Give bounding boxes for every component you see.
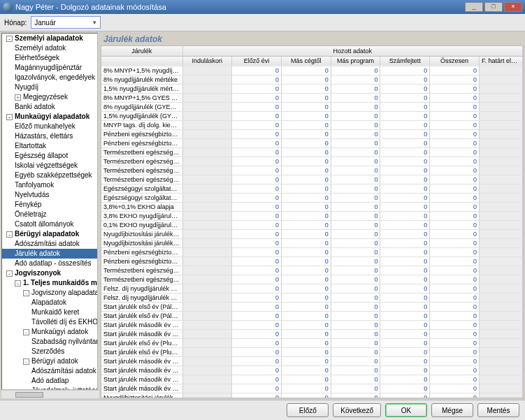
table-row[interactable]: Start járulék második év (Pályakezd…0000… [101, 320, 523, 329]
navigation-tree[interactable]: -Személyi alapadatokSzemélyi adatokElérh… [1, 33, 98, 390]
cell-value[interactable]: 0 [281, 384, 331, 393]
cell-value[interactable]: 0 [281, 329, 331, 338]
cell-value[interactable]: 0 [331, 256, 380, 266]
cell-value[interactable]: 0 [380, 293, 430, 302]
cell-indulaskori[interactable] [182, 275, 232, 284]
cell-value[interactable]: 0 [281, 175, 331, 184]
cell-value[interactable]: 0 [281, 238, 331, 247]
cell-value[interactable]: 0 [331, 138, 380, 147]
tree-item[interactable]: -Személyi alapadatok [2, 34, 97, 43]
cell-value[interactable]: 0 [331, 129, 380, 138]
cell-value[interactable]: 0 [430, 157, 480, 166]
tree-item[interactable]: Adó adatlap - összesítés [2, 259, 97, 268]
table-row[interactable]: Természetbeni egészségbizt. járulé…00000 [101, 175, 523, 184]
minimize-button[interactable]: _ [465, 2, 483, 12]
cell-value[interactable]: 0 [281, 220, 331, 229]
cell-value[interactable]: 0 [331, 293, 380, 302]
cell-value[interactable]: 0 [281, 284, 331, 293]
cell-indulaskori[interactable] [182, 302, 232, 311]
cell-value[interactable]: 0 [232, 166, 282, 175]
col-header[interactable]: Más program [331, 56, 380, 66]
save-button[interactable]: Mentés [477, 403, 519, 417]
cell-indulaskori[interactable] [182, 320, 232, 329]
tree-item[interactable]: Iskolai végzettségek [2, 161, 97, 171]
table-row[interactable]: Nyugdíjbiztosítási járulék mértéke00000 [101, 238, 523, 247]
cell-value[interactable]: 0 [430, 66, 480, 75]
cell-value[interactable]: 0 [380, 238, 430, 247]
cell-value[interactable]: 0 [331, 393, 380, 398]
cell-value[interactable]: 0 [380, 166, 430, 175]
cell-value[interactable]: 0 [430, 365, 480, 375]
cell-value[interactable]: 0 [430, 393, 480, 398]
cell-value[interactable]: 0 [281, 184, 331, 193]
cell-value[interactable]: 0 [380, 93, 430, 102]
cell-value[interactable]: 0 [232, 147, 282, 157]
cell-value[interactable]: 0 [430, 147, 480, 157]
table-row[interactable]: Természetbeni egészségbizt. járulé…00000 [101, 166, 523, 175]
cell-indulaskori[interactable] [182, 384, 232, 393]
table-row[interactable]: 8% nyugdíjjárulék mértéke00000 [101, 75, 523, 84]
cell-indulaskori[interactable] [182, 229, 232, 238]
cell-value[interactable]: 0 [232, 375, 282, 384]
cell-value[interactable]: 0 [331, 375, 380, 384]
tree-item[interactable]: Fénykép [2, 200, 97, 210]
cell-value[interactable]: 0 [281, 102, 331, 111]
cell-indulaskori[interactable] [182, 66, 232, 75]
cell-value[interactable]: 0 [380, 375, 430, 384]
cell-value[interactable]: 0 [331, 229, 380, 238]
cell-value[interactable]: 0 [430, 311, 480, 320]
table-row[interactable]: 8% nyugdíjjárulék (GYES, GYED) m…00000 [101, 102, 523, 111]
cell-value[interactable]: 0 [331, 157, 380, 166]
table-row[interactable]: Természetbeni egészségbiztosítási …00000 [101, 157, 523, 166]
cell-indulaskori[interactable] [182, 193, 232, 202]
table-row[interactable]: Felsz. díj nyugdíjjárulék mértéke00000 [101, 293, 523, 302]
cell-indulaskori[interactable] [182, 184, 232, 193]
cell-value[interactable]: 0 [232, 320, 282, 329]
maximize-button[interactable]: □ [484, 2, 503, 12]
cell-value[interactable]: 0 [430, 175, 480, 184]
next-button[interactable]: Következő [333, 403, 381, 417]
cell-value[interactable]: 0 [281, 266, 331, 275]
cell-value[interactable]: 0 [281, 157, 331, 166]
table-row[interactable]: Természetbeni egészségbiztosítási j…0000… [101, 275, 523, 284]
cell-indulaskori[interactable] [182, 238, 232, 247]
col-header[interactable]: Számfejtett [380, 56, 430, 66]
tree-item[interactable]: Elérhetőségek [2, 53, 97, 63]
cell-value[interactable]: 0 [232, 229, 282, 238]
ok-button[interactable]: OK [385, 403, 427, 417]
tree-item[interactable]: Adószámítási adatok és kedve… [2, 366, 97, 376]
cell-value[interactable]: 0 [281, 302, 331, 311]
cell-value[interactable]: 0 [281, 256, 331, 266]
cell-value[interactable]: 0 [380, 384, 430, 393]
cell-indulaskori[interactable] [182, 75, 232, 84]
tree-item[interactable]: -Bérügyi alapadatok [2, 229, 97, 239]
cell-indulaskori[interactable] [182, 284, 232, 293]
cell-value[interactable]: 0 [331, 111, 380, 120]
cell-value[interactable]: 0 [232, 247, 282, 256]
tree-item[interactable]: Járulék adatok [2, 249, 97, 259]
cell-value[interactable]: 0 [331, 320, 380, 329]
cell-indulaskori[interactable] [182, 375, 232, 384]
cell-value[interactable]: 0 [232, 384, 282, 393]
cell-value[interactable]: 0 [380, 338, 430, 347]
cell-value[interactable]: 0 [430, 320, 480, 329]
cell-value[interactable]: 0 [331, 238, 380, 247]
collapse-icon[interactable]: - [23, 290, 29, 296]
cell-value[interactable]: 0 [430, 375, 480, 384]
cell-indulaskori[interactable] [182, 93, 232, 102]
cell-indulaskori[interactable] [182, 247, 232, 256]
cell-value[interactable]: 0 [430, 93, 480, 102]
close-button[interactable]: × [504, 2, 522, 12]
cell-value[interactable]: 0 [232, 93, 282, 102]
cell-value[interactable]: 0 [331, 211, 380, 220]
cell-indulaskori[interactable] [182, 175, 232, 184]
table-row[interactable]: Pénzbeni egészségbiztosítási járulé…0000… [101, 247, 523, 256]
cell-value[interactable]: 0 [331, 102, 380, 111]
cell-value[interactable]: 0 [281, 84, 331, 93]
table-row[interactable]: 8% MNYP+1,5% GYES nyugdíjjárul…00000 [101, 93, 523, 102]
cell-value[interactable]: 0 [281, 120, 331, 129]
cell-value[interactable]: 0 [380, 157, 430, 166]
tree-item[interactable]: -Jogviszony alapadatai [2, 288, 97, 298]
cell-value[interactable]: 0 [331, 275, 380, 284]
cell-value[interactable]: 0 [430, 247, 480, 256]
